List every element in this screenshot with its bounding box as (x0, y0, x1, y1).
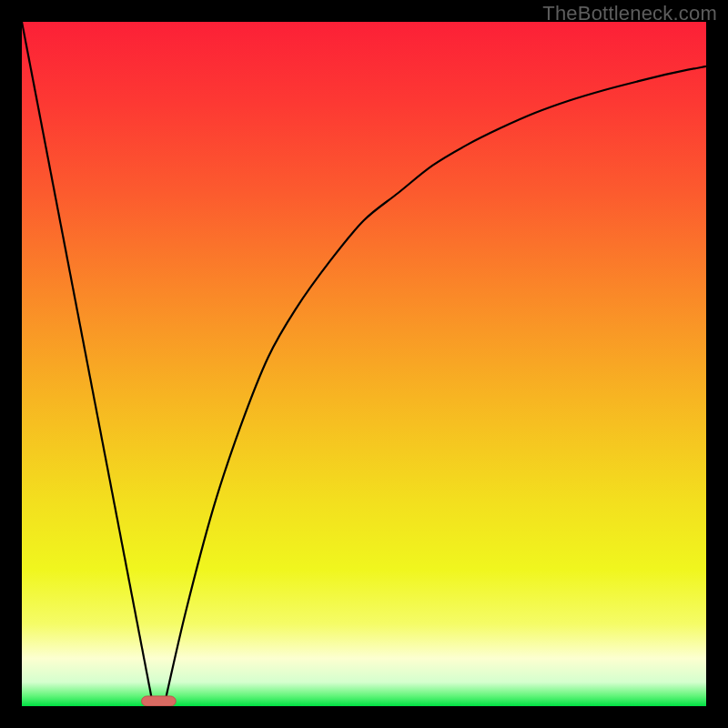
watermark-text: TheBottleneck.com (542, 2, 717, 25)
chart-frame: TheBottleneck.com (0, 0, 728, 728)
plot-area (22, 22, 706, 706)
baseline-marker (142, 696, 177, 706)
chart-svg (22, 22, 706, 706)
gradient-background (22, 22, 706, 706)
